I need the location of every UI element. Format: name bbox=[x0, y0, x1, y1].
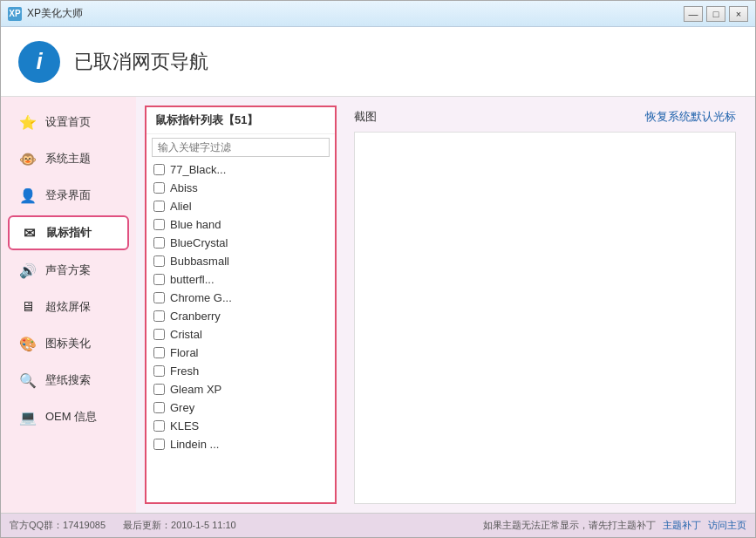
item-checkbox-kles[interactable] bbox=[153, 420, 165, 432]
sidebar-item-sound[interactable]: 🔊 声音方案 bbox=[8, 254, 129, 287]
item-checkbox-blue-hand[interactable] bbox=[153, 219, 165, 230]
screen-icon: 🖥 bbox=[17, 296, 38, 317]
item-checkbox-bubbasmall[interactable] bbox=[153, 255, 165, 267]
list-item[interactable]: Cristal bbox=[146, 325, 335, 344]
search-icon: 🔍 bbox=[17, 370, 38, 391]
list-item[interactable]: Floral bbox=[146, 344, 335, 362]
footer-qq-group: 官方QQ群：17419085 bbox=[10, 519, 106, 532]
sidebar-item-oem-label: OEM 信息 bbox=[45, 409, 97, 425]
item-checkbox-77black[interactable] bbox=[153, 164, 165, 175]
item-label-abiss: Abiss bbox=[170, 181, 198, 194]
sidebar-item-screensaver-label: 超炫屏保 bbox=[45, 299, 91, 315]
main-content: ⭐ 设置首页 🐵 系统主题 👤 登录界面 ✉ 鼠标指针 🔊 声音方案 🖥 超 bbox=[1, 97, 755, 513]
list-item[interactable]: Fresh bbox=[146, 362, 335, 380]
sidebar-item-system-theme[interactable]: 🐵 系统主题 bbox=[8, 142, 129, 175]
item-checkbox-chrome-g[interactable] bbox=[153, 292, 165, 303]
item-checkbox-cranberry[interactable] bbox=[153, 310, 165, 322]
footer: 官方QQ群：17419085 最后更新：2010-1-5 11:10 如果主题无… bbox=[1, 513, 755, 537]
item-checkbox-abiss[interactable] bbox=[153, 182, 165, 194]
list-item[interactable]: Cranberry bbox=[146, 307, 335, 325]
item-label-blue-hand: Blue hand bbox=[170, 218, 221, 231]
footer-patch-link[interactable]: 主题补丁 bbox=[663, 519, 701, 532]
screenshot-label: 截图 bbox=[354, 109, 377, 125]
sidebar-item-sound-label: 声音方案 bbox=[45, 262, 91, 278]
sidebar-item-screensaver[interactable]: 🖥 超炫屏保 bbox=[8, 290, 129, 323]
palette-icon: 🎨 bbox=[17, 333, 38, 354]
list-item[interactable]: Aliel bbox=[146, 197, 335, 215]
sidebar-item-system-theme-label: 系统主题 bbox=[45, 151, 91, 167]
item-checkbox-grey[interactable] bbox=[153, 402, 165, 413]
sidebar-item-icon-beauty[interactable]: 🎨 图标美化 bbox=[8, 327, 129, 360]
list-item[interactable]: Gleam XP bbox=[146, 380, 335, 398]
item-label-bubbasmall: Bubbasmall bbox=[170, 255, 229, 268]
list-filter-input[interactable] bbox=[152, 138, 330, 157]
close-button[interactable]: × bbox=[729, 6, 748, 22]
user-icon: 👤 bbox=[17, 185, 38, 206]
list-item[interactable]: Blue hand bbox=[146, 215, 335, 234]
cursor-preview-area bbox=[354, 132, 736, 504]
footer-visit-link[interactable]: 访问主页 bbox=[708, 519, 746, 532]
list-item[interactable]: Grey bbox=[146, 398, 335, 417]
list-item[interactable]: BlueCrystal bbox=[146, 234, 335, 252]
app-icon: XP bbox=[8, 7, 22, 21]
main-window: XP XP美化大师 — □ × i 已取消网页导航 ⭐ 设置首页 🐵 系统主题 … bbox=[0, 0, 756, 538]
item-label-floral: Floral bbox=[170, 346, 199, 359]
item-checkbox-fresh[interactable] bbox=[153, 365, 165, 377]
header-title: 已取消网页导航 bbox=[74, 49, 208, 75]
sidebar-item-cursor-label: 鼠标指针 bbox=[46, 225, 92, 241]
list-item[interactable]: Lindein ... bbox=[146, 435, 335, 453]
item-checkbox-butterfly[interactable] bbox=[153, 274, 165, 285]
item-label-aliel: Aliel bbox=[170, 200, 192, 213]
footer-notice: 如果主题无法正常显示，请先打主题补丁 bbox=[483, 519, 656, 532]
list-item[interactable]: Bubbasmall bbox=[146, 252, 335, 270]
maximize-button[interactable]: □ bbox=[706, 6, 725, 22]
right-panel: 截图 恢复系统默认光标 bbox=[344, 106, 746, 504]
window-title: XP美化大师 bbox=[27, 6, 684, 21]
footer-right: 如果主题无法正常显示，请先打主题补丁 主题补丁 访问主页 bbox=[483, 519, 746, 532]
cursor-icon: ✉ bbox=[18, 222, 39, 243]
item-label-fresh: Fresh bbox=[170, 364, 199, 378]
list-item[interactable]: Abiss bbox=[146, 179, 335, 197]
item-label-gleam-xp: Gleam XP bbox=[170, 383, 221, 396]
sidebar-item-wallpaper-label: 壁纸搜索 bbox=[45, 372, 91, 388]
sidebar-item-login[interactable]: 👤 登录界面 bbox=[8, 179, 129, 212]
minimize-button[interactable]: — bbox=[684, 6, 703, 22]
content-area: 鼠标指针列表【51】 77_Black... Abiss bbox=[136, 97, 755, 513]
titlebar: XP XP美化大师 — □ × bbox=[1, 1, 755, 27]
item-label-chrome-g: Chrome G... bbox=[170, 291, 232, 304]
item-checkbox-floral[interactable] bbox=[153, 347, 165, 358]
star-icon: ⭐ bbox=[17, 112, 38, 133]
list-item[interactable]: butterfl... bbox=[146, 270, 335, 289]
item-checkbox-cristal[interactable] bbox=[153, 329, 165, 340]
restore-default-cursor-button[interactable]: 恢复系统默认光标 bbox=[645, 109, 736, 125]
item-checkbox-bluecrystal[interactable] bbox=[153, 237, 165, 249]
computer-icon: 💻 bbox=[17, 406, 38, 427]
list-item[interactable]: Chrome G... bbox=[146, 289, 335, 307]
sidebar-item-wallpaper[interactable]: 🔍 壁纸搜索 bbox=[8, 364, 129, 397]
titlebar-buttons: — □ × bbox=[684, 6, 748, 22]
sidebar: ⭐ 设置首页 🐵 系统主题 👤 登录界面 ✉ 鼠标指针 🔊 声音方案 🖥 超 bbox=[1, 97, 136, 513]
sidebar-item-cursor[interactable]: ✉ 鼠标指针 bbox=[8, 215, 129, 250]
sidebar-item-oem[interactable]: 💻 OEM 信息 bbox=[8, 400, 129, 433]
header-info-icon: i bbox=[18, 41, 60, 83]
item-checkbox-aliel[interactable] bbox=[153, 201, 165, 212]
item-label-cristal: Cristal bbox=[170, 328, 202, 341]
item-checkbox-lindein[interactable] bbox=[153, 439, 165, 450]
list-item[interactable]: KLES bbox=[146, 417, 335, 435]
item-checkbox-gleam-xp[interactable] bbox=[153, 384, 165, 395]
item-label-grey: Grey bbox=[170, 401, 194, 414]
sidebar-item-home-label: 设置首页 bbox=[45, 114, 91, 130]
header-area: i 已取消网页导航 bbox=[1, 27, 755, 97]
cursor-list: 77_Black... Abiss Aliel Blue hand bbox=[146, 160, 335, 502]
item-label-butterfly: butterfl... bbox=[170, 273, 215, 286]
list-item[interactable]: 77_Black... bbox=[146, 160, 335, 179]
right-panel-header: 截图 恢复系统默认光标 bbox=[354, 106, 736, 132]
item-label-kles: KLES bbox=[170, 419, 199, 432]
sidebar-item-home[interactable]: ⭐ 设置首页 bbox=[8, 106, 129, 139]
sidebar-item-icon-beauty-label: 图标美化 bbox=[45, 336, 91, 351]
sidebar-item-login-label: 登录界面 bbox=[45, 187, 91, 203]
footer-last-update: 最后更新：2010-1-5 11:10 bbox=[123, 519, 236, 532]
panels-row: 鼠标指针列表【51】 77_Black... Abiss bbox=[145, 106, 746, 504]
item-label-lindein: Lindein ... bbox=[170, 438, 219, 451]
item-label-bluecrystal: BlueCrystal bbox=[170, 236, 228, 249]
